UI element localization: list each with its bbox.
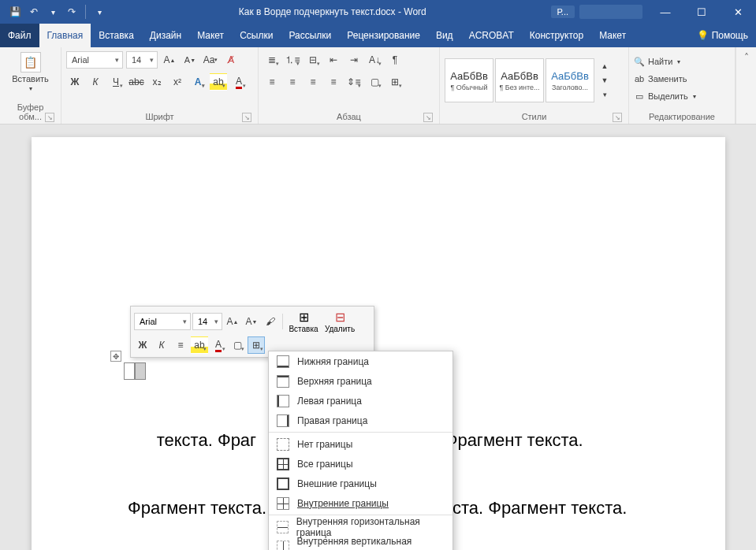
paste-button[interactable]: 📋 Вставить ▾ <box>11 50 50 94</box>
underline-icon[interactable]: Ч <box>107 73 125 91</box>
outside-borders-icon <box>277 478 289 490</box>
tab-review[interactable]: Рецензирование <box>339 24 428 47</box>
shrink-font-icon[interactable]: A▼ <box>181 51 199 69</box>
align-right-icon[interactable]: ≡ <box>304 73 322 91</box>
menu-bottom-border[interactable]: Нижняя граница <box>269 351 452 371</box>
save-icon[interactable]: 💾 <box>8 5 22 19</box>
clipboard-launcher[interactable]: ↘ <box>45 113 54 122</box>
menu-no-border[interactable]: Нет границы <box>269 434 452 454</box>
menu-inside-vertical[interactable]: Внутренняя вертикальная граница <box>269 537 452 550</box>
table-move-handle[interactable]: ✥ <box>110 351 121 362</box>
menu-all-borders[interactable]: Все границы <box>269 454 452 474</box>
numbering-icon[interactable]: ⒈≡ <box>284 51 301 69</box>
mini-grow-font[interactable]: A▲ <box>224 313 241 330</box>
grow-font-icon[interactable]: A▲ <box>161 51 178 69</box>
tab-mailings[interactable]: Рассылки <box>281 24 339 47</box>
justify-icon[interactable]: ≡ <box>325 73 342 91</box>
mini-italic[interactable]: К <box>153 336 170 354</box>
tab-file[interactable]: Файл <box>0 24 39 47</box>
sort-icon[interactable]: A↓ <box>366 51 383 69</box>
style-heading1[interactable]: АаБбВв Заголово... <box>546 58 594 102</box>
text-effects-icon[interactable]: A <box>189 73 207 91</box>
user-name-box[interactable] <box>579 5 642 19</box>
styles-launcher[interactable]: ↘ <box>613 113 622 122</box>
mini-insert-button[interactable]: ⊞ Вставка <box>286 310 321 333</box>
font-size-select[interactable]: 14 <box>126 51 158 69</box>
qa-customize-icon[interactable]: ▾ <box>92 5 106 19</box>
tab-design[interactable]: Дизайн <box>142 24 189 47</box>
change-case-icon[interactable]: Aa▾ <box>202 51 219 69</box>
show-marks-icon[interactable]: ¶ <box>386 51 404 69</box>
menu-outside-borders[interactable]: Внешние границы <box>269 474 452 493</box>
mini-shading[interactable]: ▢ <box>229 336 246 354</box>
group-styles: Стили <box>522 112 547 121</box>
replace-link[interactable]: abЗаменить <box>634 71 730 87</box>
select-link[interactable]: ▭Выделить▾ <box>634 88 730 104</box>
group-font: Шрифт <box>145 112 173 121</box>
font-color-icon[interactable]: A <box>230 73 248 91</box>
mini-format-painter[interactable]: 🖌 <box>262 313 279 330</box>
menu-left-border[interactable]: Левая граница <box>269 391 452 411</box>
para-launcher[interactable]: ↘ <box>423 113 433 122</box>
align-left-icon[interactable]: ≡ <box>263 73 281 91</box>
style-scroll-down[interactable]: ▼ <box>596 74 613 87</box>
font-launcher[interactable]: ↘ <box>242 113 251 122</box>
multilevel-icon[interactable]: ⊟ <box>304 51 322 69</box>
style-nospacing[interactable]: АаБбВв ¶ Без инте... <box>495 58 544 102</box>
inside-v-border-icon <box>277 541 289 551</box>
tab-table-layout[interactable]: Макет <box>591 24 634 47</box>
line-spacing-icon[interactable]: ⇕≡ <box>345 73 363 91</box>
strikethrough-icon[interactable]: abc <box>128 73 145 91</box>
undo-icon[interactable]: ↶ <box>27 5 41 19</box>
dec-indent-icon[interactable]: ⇤ <box>325 51 342 69</box>
group-clipboard: Буфер обм... <box>17 102 44 121</box>
minimize-button[interactable]: ― <box>647 0 683 24</box>
close-button[interactable]: ✕ <box>720 0 756 24</box>
help-button[interactable]: 💡 Помощь <box>689 24 756 47</box>
tab-references[interactable]: Ссылки <box>232 24 281 47</box>
qa-dropdown-icon[interactable]: ▾ <box>46 5 60 19</box>
mini-font-color[interactable]: A <box>210 336 227 354</box>
lightbulb-icon: 💡 <box>697 30 709 41</box>
replace-icon: ab <box>634 73 645 84</box>
mini-align[interactable]: ≡ <box>172 336 189 354</box>
bullets-icon[interactable]: ≣ <box>263 51 281 69</box>
mini-font-size[interactable]: 14 <box>192 313 222 330</box>
tab-acrobat[interactable]: ACROBAT <box>461 24 522 47</box>
font-name-select[interactable]: Arial <box>66 51 123 69</box>
bold-icon[interactable]: Ж <box>66 73 84 91</box>
find-link[interactable]: 🔍Найти▾ <box>634 54 730 69</box>
redo-icon[interactable]: ↷ <box>65 5 79 19</box>
clear-format-icon[interactable]: A̸ <box>222 51 240 69</box>
align-center-icon[interactable]: ≡ <box>284 73 301 91</box>
highlight-icon[interactable]: ab <box>210 73 227 91</box>
style-gallery-expand[interactable]: ▾ <box>596 88 613 101</box>
italic-icon[interactable]: К <box>87 73 104 91</box>
shading-icon[interactable]: ▢ <box>366 73 383 91</box>
subscript-icon[interactable]: x₂ <box>148 73 166 91</box>
mini-highlight[interactable]: ab <box>191 336 208 354</box>
superscript-icon[interactable]: x² <box>169 73 186 91</box>
menu-right-border[interactable]: Правая граница <box>269 411 452 430</box>
mini-bold[interactable]: Ж <box>134 336 151 354</box>
menu-inside-horizontal[interactable]: Внутренняя горизонтальная граница <box>269 517 452 537</box>
mini-delete-button[interactable]: ⊟ Удалить <box>322 310 357 333</box>
borders-icon[interactable]: ⊞ <box>386 73 404 91</box>
tab-view[interactable]: Вид <box>428 24 461 47</box>
selection-handle[interactable] <box>124 362 146 380</box>
tab-table-design[interactable]: Конструктор <box>522 24 591 47</box>
tab-layout[interactable]: Макет <box>189 24 232 47</box>
user-badge[interactable]: Р... <box>551 6 575 18</box>
maximize-button[interactable]: ☐ <box>683 0 720 24</box>
mini-font-name[interactable]: Arial <box>134 313 191 330</box>
mini-shrink-font[interactable]: A▼ <box>243 313 260 330</box>
menu-top-border[interactable]: Верхняя граница <box>269 371 452 391</box>
mini-borders[interactable]: ⊞ <box>248 336 265 354</box>
style-scroll-up[interactable]: ▲ <box>596 60 613 72</box>
style-normal[interactable]: АаБбВв ¶ Обычный <box>445 58 493 102</box>
tab-home[interactable]: Главная <box>39 24 91 47</box>
inc-indent-icon[interactable]: ⇥ <box>345 51 363 69</box>
collapse-ribbon-icon[interactable]: ˄ <box>744 52 749 63</box>
tab-insert[interactable]: Вставка <box>91 24 142 47</box>
menu-inside-borders[interactable]: Внутренние границы <box>269 493 452 513</box>
